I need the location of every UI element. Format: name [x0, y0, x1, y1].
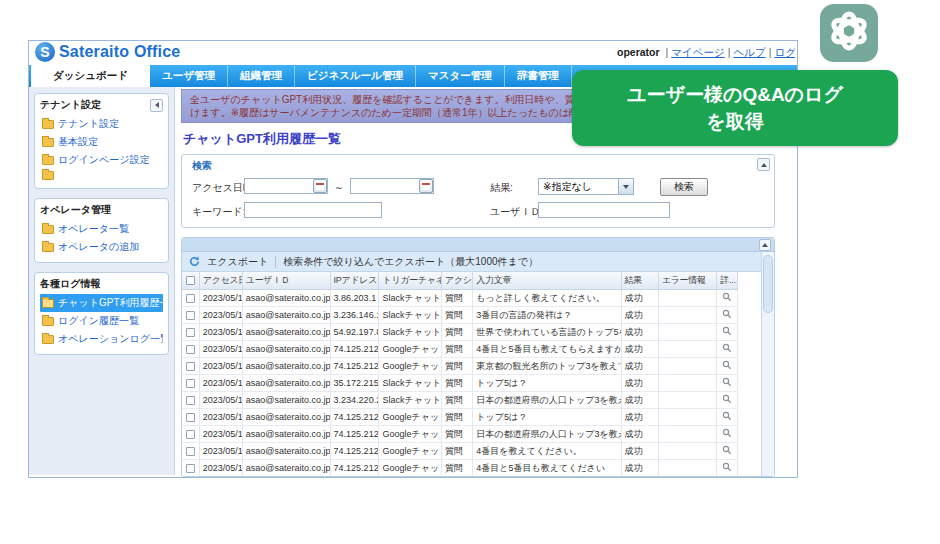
cell-error: [659, 307, 718, 323]
select-all-checkbox[interactable]: [186, 276, 195, 285]
userid-label: ユーザＩＤ:: [490, 205, 543, 219]
sidebar-item[interactable]: ログインページ設定: [40, 151, 163, 169]
sidebar: テナント設定テナント設定基本設定ログインページ設定オペレータ管理オペレータ一覧オ…: [29, 87, 175, 475]
row-checkbox[interactable]: [186, 396, 195, 405]
tab-1[interactable]: ユーザ管理: [150, 65, 228, 87]
log-table-panel: エクスポート 検索条件で絞り込んでエクスポート（最大1000件まで） アクセス日…: [181, 237, 775, 477]
tab-3[interactable]: ビジネスルール管理: [295, 65, 416, 87]
calendar-icon-to[interactable]: [419, 179, 433, 193]
sidebar-item[interactable]: ログイン履歴一覧: [40, 312, 163, 330]
sidebar-item[interactable]: [40, 169, 163, 182]
sidebar-item[interactable]: テナント設定: [40, 115, 163, 133]
cell-user: asao@sateraito.co.jp: [243, 392, 331, 408]
cell-input: もっと詳しく教えてください。: [473, 290, 621, 306]
detail-magnifier-icon[interactable]: [722, 309, 732, 321]
column-header-3: トリガーチャネル種別: [379, 272, 442, 289]
cell-action: 質問: [442, 460, 473, 476]
tab-5[interactable]: 辞書管理: [505, 65, 572, 87]
search-collapse-button[interactable]: [757, 158, 770, 171]
detail-magnifier-icon[interactable]: [722, 292, 732, 304]
row-checkbox[interactable]: [186, 430, 195, 439]
header-checkbox-cell: [182, 272, 200, 289]
sidebar-item-label: テナント設定: [58, 117, 119, 131]
row-checkbox[interactable]: [186, 328, 195, 337]
brand-name: Sateraito Office: [59, 43, 180, 61]
userid-input[interactable]: [538, 202, 670, 218]
sidebar-item[interactable]: オペレータの追加: [40, 238, 163, 256]
table-header-row: アクセス日時ユーザＩＤIPアドレストリガーチャネル種別アクシ...入力文章結果エ…: [182, 272, 738, 290]
header-link-ログアウト[interactable]: ログアウト: [774, 46, 795, 58]
folder-icon: [42, 243, 54, 252]
sidebar-item-label: オペレータ一覧: [58, 222, 129, 236]
detail-magnifier-icon[interactable]: [722, 411, 732, 423]
detail-magnifier-icon[interactable]: [722, 360, 732, 372]
cell-result: 成功: [622, 443, 659, 459]
sidebar-section-title-row: テナント設定: [40, 98, 163, 112]
cell-user: asao@sateraito.co.jp: [243, 358, 331, 374]
header-link-マイページ[interactable]: マイページ: [671, 46, 724, 58]
cell-user: asao@sateraito.co.jp: [243, 324, 331, 340]
table-collapse-button[interactable]: [759, 239, 771, 251]
scrollbar-thumb[interactable]: [763, 255, 773, 313]
calendar-icon-from[interactable]: [313, 179, 327, 193]
openai-logo-icon: [827, 9, 871, 57]
cell-action: 質問: [442, 375, 473, 391]
header-link-separator: |: [728, 46, 731, 58]
row-checkbox[interactable]: [186, 447, 195, 456]
cell-action: 質問: [442, 409, 473, 425]
sidebar-item[interactable]: 基本設定: [40, 133, 163, 151]
keyword-input[interactable]: [244, 202, 382, 218]
refresh-icon[interactable]: [189, 256, 200, 267]
row-checkbox[interactable]: [186, 345, 195, 354]
header-link-ヘルプ[interactable]: ヘルプ: [733, 46, 765, 58]
cell-input: 世界で使われている言語のトップ5を教えてく...: [473, 324, 621, 340]
detail-magnifier-icon[interactable]: [722, 445, 732, 457]
row-checkbox[interactable]: [186, 464, 195, 473]
keyword-label: キーワード:: [192, 205, 245, 219]
detail-magnifier-icon[interactable]: [722, 394, 732, 406]
chevron-down-icon: [618, 179, 633, 194]
cell-user: asao@sateraito.co.jp: [243, 375, 331, 391]
sidebar-collapse-button[interactable]: [150, 99, 163, 112]
sidebar-item[interactable]: チャットGPT利用履歴一覧: [40, 294, 163, 312]
cell-detail: [717, 290, 738, 306]
detail-magnifier-icon[interactable]: [722, 343, 732, 355]
sidebar-section-title: オペレータ管理: [40, 203, 111, 217]
cell-date: 2023/05/1...: [200, 443, 243, 459]
search-panel: 検索 アクセス日時: ～ 結果: ※指定なし キーワード: ユーザ: [181, 154, 775, 228]
tab-0[interactable]: ダッシュボード: [31, 64, 150, 87]
row-checkbox[interactable]: [186, 379, 195, 388]
detail-magnifier-icon[interactable]: [722, 377, 732, 389]
row-checkbox[interactable]: [186, 294, 195, 303]
row-checkbox[interactable]: [186, 362, 195, 371]
toolbar-divider: [275, 256, 276, 268]
cell-user: asao@sateraito.co.jp: [243, 307, 331, 323]
row-checkbox[interactable]: [186, 413, 195, 422]
row-checkbox-cell: [182, 392, 200, 408]
cell-date: 2023/05/1...: [200, 307, 243, 323]
cell-error: [659, 290, 718, 306]
result-select[interactable]: ※指定なし: [538, 178, 634, 195]
column-header-8: 詳...: [717, 272, 738, 289]
detail-magnifier-icon[interactable]: [722, 326, 732, 338]
sidebar-item[interactable]: オペレーションログ一覧: [40, 330, 163, 348]
search-button[interactable]: 検索: [660, 178, 708, 196]
sidebar-section-title-row: 各種ログ情報: [40, 277, 163, 291]
cell-result: 成功: [622, 460, 659, 476]
sidebar-item[interactable]: オペレータ一覧: [40, 220, 163, 238]
cell-action: 質問: [442, 290, 473, 306]
table-scrollbar[interactable]: [761, 252, 774, 476]
table-row: 2023/05/1...asao@sateraito.co.jp3.86.203…: [182, 290, 738, 307]
tab-4[interactable]: マスター管理: [416, 65, 505, 87]
row-checkbox[interactable]: [186, 311, 195, 320]
export-button[interactable]: エクスポート: [207, 255, 268, 269]
header-link-separator: |: [769, 46, 772, 58]
export-note: 検索条件で絞り込んでエクスポート（最大1000件まで）: [283, 255, 538, 269]
detail-magnifier-icon[interactable]: [722, 462, 732, 474]
cell-error: [659, 443, 718, 459]
tab-2[interactable]: 組織管理: [228, 65, 295, 87]
cell-error: [659, 358, 718, 374]
table-row: 2023/05/1...asao@sateraito.co.jp74.125.2…: [182, 409, 738, 426]
cell-error: [659, 324, 718, 340]
detail-magnifier-icon[interactable]: [722, 428, 732, 440]
